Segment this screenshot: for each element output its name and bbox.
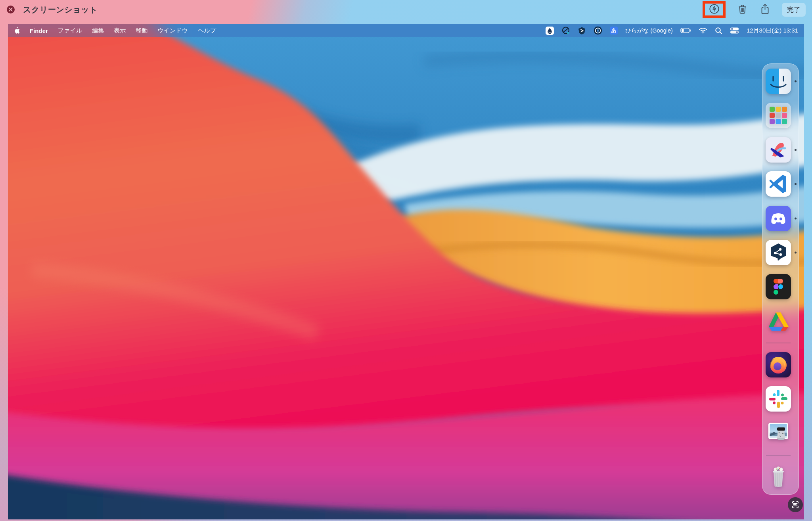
markup-button-highlight-area (703, 1, 726, 18)
dock-item-share-chat-app[interactable] (766, 240, 791, 265)
menu-file[interactable]: ファイル (58, 27, 82, 34)
dock (762, 63, 799, 495)
close-icon (6, 9, 15, 15)
toolbar-right: 完了 (703, 1, 806, 18)
share-icon (760, 3, 770, 16)
arc-browser-icon (766, 137, 791, 163)
toolbar-left: スクリーンショット (6, 4, 98, 15)
dock-item-slack[interactable] (766, 386, 791, 412)
menu-help[interactable]: ヘルプ (198, 27, 216, 34)
trash-icon (737, 4, 747, 15)
running-indicator (795, 183, 797, 185)
dock-item-launchpad[interactable] (766, 103, 791, 128)
share-button[interactable] (759, 2, 771, 17)
running-indicator (795, 80, 797, 82)
input-method-badge[interactable]: あ (610, 27, 618, 34)
close-button[interactable] (6, 5, 15, 14)
dock-item-finder[interactable] (766, 69, 791, 94)
input-method-label[interactable]: ひらがな (Google) (625, 27, 673, 34)
google-drive-icon (766, 308, 791, 334)
running-indicator (795, 149, 797, 151)
control-center-icon[interactable] (730, 27, 739, 34)
dock-item-google-drive[interactable] (766, 308, 791, 334)
menu-view[interactable]: 表示 (114, 27, 126, 34)
dock-item-firefox[interactable] (766, 352, 791, 377)
scan-text-icon (787, 508, 803, 514)
battery-icon[interactable] (680, 28, 691, 33)
menu-edit[interactable]: 編集 (92, 27, 104, 34)
dock-divider (766, 455, 791, 456)
droplet-app-icon[interactable] (546, 27, 554, 35)
vscode-icon (766, 171, 791, 197)
running-indicator (795, 217, 797, 219)
shield-arrow-app-icon[interactable] (578, 27, 586, 35)
menu-window[interactable]: ウインドウ (157, 27, 188, 34)
share-chat-app-icon (766, 240, 791, 265)
done-button[interactable]: 完了 (782, 3, 806, 17)
big-sur-wallpaper (8, 24, 804, 519)
dock-item-arc-browser[interactable] (766, 137, 791, 163)
annotation-highlight-rect (703, 1, 726, 18)
screenshot-image: Finder ファイル 編集 表示 移動 ウインドウ ヘルプ (8, 24, 804, 519)
wifi-icon[interactable] (699, 27, 707, 34)
firefox-icon (766, 352, 791, 377)
running-indicator (795, 251, 797, 253)
menu-bar-clock[interactable]: 12月30日(金) 13:31 (747, 27, 798, 34)
dock-item-figma[interactable] (766, 274, 791, 299)
menu-bar: Finder ファイル 編集 表示 移動 ウインドウ ヘルプ (8, 24, 804, 37)
toolbar: スクリーンショット (0, 0, 812, 19)
figma-icon (766, 274, 791, 299)
rings-app-icon[interactable] (594, 26, 602, 35)
search-icon[interactable] (715, 27, 722, 34)
dock-item-discord[interactable] (766, 206, 791, 231)
image-file-icon (766, 421, 791, 446)
scan-text-button[interactable] (787, 497, 803, 513)
apple-menu[interactable] (14, 27, 20, 35)
trash-button[interactable] (737, 3, 748, 16)
menu-go[interactable]: 移動 (136, 27, 147, 34)
slack-icon (766, 386, 791, 412)
launchpad-icon (766, 103, 791, 128)
dock-divider (766, 343, 791, 343)
menu-bar-left: Finder ファイル 編集 表示 移動 ウインドウ ヘルプ (14, 27, 216, 35)
menu-bar-status: あ ひらがな (Google) (546, 26, 798, 35)
trash-full-icon (766, 464, 791, 490)
menu-app-name[interactable]: Finder (30, 27, 48, 34)
markup-window: スクリーンショット (0, 0, 812, 521)
dock-item-trash[interactable] (766, 464, 791, 490)
circle-app-icon[interactable] (561, 26, 570, 35)
dock-item-vscode[interactable] (766, 171, 791, 197)
window-title: スクリーンショット (23, 4, 98, 15)
finder-icon (766, 69, 791, 94)
dock-item-image-file[interactable] (766, 421, 791, 446)
apple-icon (14, 27, 20, 35)
discord-icon (766, 206, 791, 231)
